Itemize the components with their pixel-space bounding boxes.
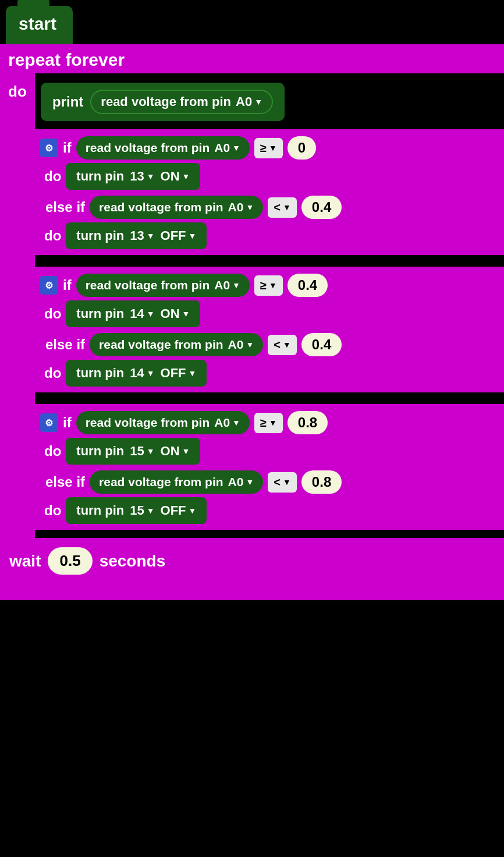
- do-label-main: do: [8, 83, 27, 101]
- repeat-forever-label: repeat forever: [8, 50, 125, 70]
- if-label-1: if: [63, 140, 72, 156]
- else-if-label-3: else if: [41, 474, 85, 490]
- if-value-2[interactable]: 0.4: [288, 274, 328, 297]
- if1-pin[interactable]: A0 ▼: [214, 141, 240, 155]
- print-voltage-btn[interactable]: read voltage from pin A0 ▼: [90, 90, 273, 114]
- do-label-else3: do: [44, 502, 61, 519]
- if-op-btn-3[interactable]: ≥ ▼: [254, 413, 283, 433]
- print-dropdown-icon: ▼: [254, 97, 262, 107]
- else-pin1-select[interactable]: 13 ▼: [130, 228, 154, 243]
- start-block[interactable]: start: [6, 6, 73, 44]
- else-if-label-1: else if: [41, 199, 85, 215]
- do-label-if2: do: [44, 306, 61, 322]
- else-voltage-btn-2[interactable]: read voltage from pin A0 ▼: [90, 333, 263, 356]
- turn-pin-btn-1-on[interactable]: turn pin 13 ▼ ON ▼: [66, 163, 200, 190]
- if-block-1: ⚙ if read voltage from pin A0 ▼ ≥ ▼ 0 › …: [35, 129, 504, 255]
- print-label: print: [52, 94, 83, 110]
- else-voltage-btn-3[interactable]: read voltage from pin A0 ▼: [90, 470, 263, 494]
- gear-icon-1[interactable]: ⚙: [40, 139, 58, 157]
- else-if-label-2: else if: [41, 337, 85, 353]
- pin3-select[interactable]: 15 ▼: [130, 444, 154, 459]
- else-op-btn-2[interactable]: < ▼: [268, 335, 297, 355]
- chevron-right-1: ›: [321, 140, 325, 155]
- turn-pin-btn-2-on[interactable]: turn pin 14 ▼ ON ▼: [66, 300, 200, 327]
- if-value-3[interactable]: 0.8: [288, 411, 328, 434]
- if-voltage-btn-1[interactable]: read voltage from pin A0 ▼: [76, 136, 250, 160]
- else2-pin[interactable]: A0 ▼: [228, 338, 254, 352]
- if-voltage-btn-3[interactable]: read voltage from pin A0 ▼: [76, 411, 250, 434]
- state2-select[interactable]: ON ▼: [161, 306, 190, 321]
- else-state1-select[interactable]: OFF ▼: [161, 228, 197, 243]
- chevron-right-3: ›: [332, 415, 336, 430]
- if2-pin[interactable]: A0 ▼: [214, 278, 240, 292]
- if-label-2: if: [63, 277, 72, 293]
- pin2-select[interactable]: 14 ▼: [130, 306, 154, 321]
- else-value-3[interactable]: 0.8: [301, 470, 342, 494]
- else-pin2-select[interactable]: 14 ▼: [130, 366, 154, 381]
- chevron-right-else1: ›: [346, 200, 350, 215]
- else-state3-select[interactable]: OFF ▼: [161, 503, 197, 518]
- repeat-forever-block[interactable]: repeat forever do print read voltage fro…: [0, 44, 504, 600]
- if-block-2: ⚙ if read voltage from pin A0 ▼ ≥ ▼ 0.4 …: [35, 267, 504, 392]
- if-label-3: if: [63, 415, 72, 431]
- else-op-btn-1[interactable]: < ▼: [268, 197, 297, 218]
- do-label-else1: do: [44, 228, 61, 244]
- else-value-2[interactable]: 0.4: [301, 333, 342, 356]
- state3-select[interactable]: ON ▼: [161, 444, 190, 459]
- do-label-if1: do: [44, 168, 61, 185]
- else-state2-select[interactable]: OFF ▼: [161, 366, 197, 381]
- else-op-btn-3[interactable]: < ▼: [268, 472, 297, 493]
- state1-select[interactable]: ON ▼: [161, 169, 190, 184]
- print-block[interactable]: print read voltage from pin A0 ▼: [41, 83, 285, 121]
- if-block-3: ⚙ if read voltage from pin A0 ▼ ≥ ▼ 0.8 …: [35, 404, 504, 530]
- print-pin-select[interactable]: A0 ▼: [236, 94, 262, 109]
- chevron-right-2: ›: [332, 278, 336, 293]
- else-value-1[interactable]: 0.4: [301, 196, 342, 219]
- wait-block[interactable]: wait 0.5 seconds: [0, 540, 177, 582]
- turn-pin-btn-3-off[interactable]: turn pin 15 ▼ OFF ▼: [66, 497, 207, 524]
- turn-pin-btn-2-off[interactable]: turn pin 14 ▼ OFF ▼: [66, 360, 207, 387]
- else1-pin[interactable]: A0 ▼: [228, 200, 254, 214]
- else3-pin[interactable]: A0 ▼: [228, 475, 254, 489]
- gear-icon-2[interactable]: ⚙: [40, 276, 58, 295]
- start-label: start: [19, 14, 56, 33]
- chevron-right-else2: ›: [346, 337, 350, 352]
- wait-value[interactable]: 0.5: [48, 547, 92, 575]
- else-voltage-btn-1[interactable]: read voltage from pin A0 ▼: [90, 196, 263, 219]
- do-label-if3: do: [44, 443, 61, 459]
- print-voltage-text: read voltage from pin: [101, 94, 231, 109]
- if-voltage-btn-2[interactable]: read voltage from pin A0 ▼: [76, 274, 250, 297]
- if3-pin[interactable]: A0 ▼: [214, 416, 240, 430]
- wait-unit: seconds: [100, 552, 166, 571]
- turn-pin-btn-1-off[interactable]: turn pin 13 ▼ OFF ▼: [66, 222, 207, 249]
- do-label-else2: do: [44, 365, 61, 381]
- if-op-btn-1[interactable]: ≥ ▼: [254, 138, 283, 158]
- if-value-1[interactable]: 0: [288, 136, 316, 160]
- wait-label: wait: [9, 552, 41, 571]
- if-op-btn-2[interactable]: ≥ ▼: [254, 275, 283, 296]
- turn-pin-btn-3-on[interactable]: turn pin 15 ▼ ON ▼: [66, 438, 200, 465]
- chevron-right-else3: ›: [346, 474, 350, 490]
- pin1-select[interactable]: 13 ▼: [130, 169, 154, 184]
- else-pin3-select[interactable]: 15 ▼: [130, 503, 154, 518]
- program-container: start repeat forever do print read volta…: [0, 6, 504, 600]
- gear-icon-3[interactable]: ⚙: [40, 413, 58, 432]
